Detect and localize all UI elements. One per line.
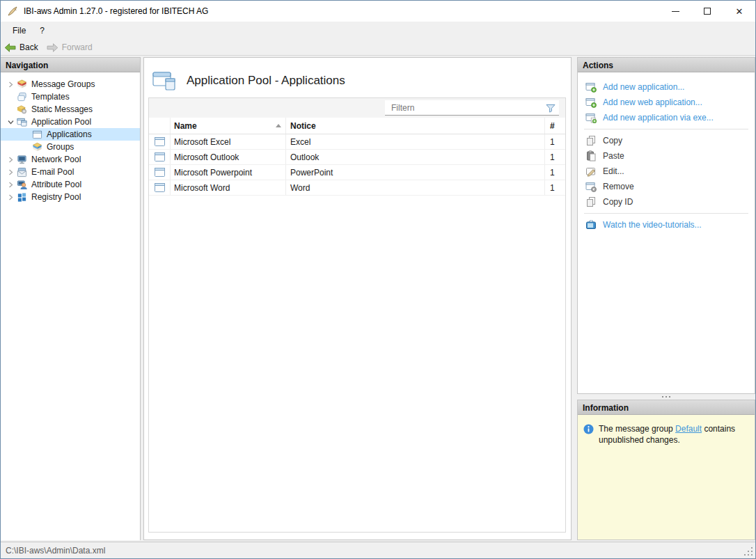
menu-file[interactable]: File xyxy=(6,23,33,38)
header-icon-column[interactable] xyxy=(149,118,171,134)
add-new-application-link[interactable]: Add new application... xyxy=(578,79,755,95)
tree-item-attribute-pool[interactable]: Attribute Pool xyxy=(1,178,140,191)
copy-id-button[interactable]: Copy ID xyxy=(578,194,755,210)
add-new-web-application-link[interactable]: Add new web application... xyxy=(578,95,755,110)
tree-item-templates[interactable]: Templates xyxy=(1,90,140,103)
network-pool-icon xyxy=(16,154,27,165)
tree-item-message-groups[interactable]: Message Groups xyxy=(1,78,140,90)
cell-notice: Outlook xyxy=(290,152,319,162)
cell-name: Microsoft Outlook xyxy=(174,152,239,162)
actions-panel: Actions Add new application... xyxy=(577,57,755,394)
tree-item-label: Registry Pool xyxy=(31,192,81,202)
forward-arrow-icon xyxy=(47,43,58,52)
chevron-right-icon[interactable] xyxy=(5,154,16,165)
minimize-button[interactable] xyxy=(659,1,691,22)
maximize-button[interactable] xyxy=(691,1,723,22)
add-application-icon xyxy=(585,81,597,93)
status-bar: C:\IBI-aws\Admin\Data.xml xyxy=(1,542,755,558)
copy-icon xyxy=(585,135,597,146)
page-title-block: Application Pool - Applications xyxy=(144,58,571,94)
registry-pool-icon xyxy=(16,191,27,203)
info-icon xyxy=(583,424,594,446)
cell-count: 1 xyxy=(550,137,555,147)
table-row-excel[interactable]: Microsoft Excel Excel 1 xyxy=(149,134,565,150)
tree-item-network-pool[interactable]: Network Pool xyxy=(1,153,140,166)
copy-button[interactable]: Copy xyxy=(578,133,755,148)
menu-help[interactable]: ? xyxy=(33,23,52,38)
attribute-pool-icon xyxy=(16,179,27,190)
navigation-panel: Navigation Mess xyxy=(1,57,141,540)
cell-count: 1 xyxy=(550,168,555,178)
chevron-down-icon[interactable] xyxy=(5,116,16,127)
tree-item-label: Applications xyxy=(47,129,92,139)
add-application-exe-icon xyxy=(585,112,597,123)
app-window: IBI-aws Admin 1.27.0 - registered for IB… xyxy=(0,0,756,559)
tree-item-label: Templates xyxy=(31,92,70,102)
header-count[interactable]: # xyxy=(545,121,565,131)
chevron-right-icon[interactable] xyxy=(5,179,16,190)
content-area: Navigation Mess xyxy=(1,56,755,542)
table-row-powerpoint[interactable]: Microsoft Powerpoint PowerPoint 1 xyxy=(149,165,565,180)
static-messages-icon xyxy=(16,104,27,115)
back-arrow-icon xyxy=(4,43,16,52)
table-row-word[interactable]: Microsoft Word Word 1 xyxy=(149,180,565,196)
right-column: Actions Add new application... xyxy=(577,57,755,540)
applications-icon xyxy=(31,129,42,140)
tree-item-email-pool[interactable]: E-mail Pool xyxy=(1,166,140,178)
actions-header: Actions xyxy=(578,58,755,72)
tree-item-registry-pool[interactable]: Registry Pool xyxy=(1,191,140,203)
cell-count: 1 xyxy=(550,152,555,162)
tree-item-label: Network Pool xyxy=(31,155,81,164)
table-row-outlook[interactable]: Microsoft Outlook Outlook 1 xyxy=(149,150,565,165)
page-title: Application Pool - Applications xyxy=(187,74,345,88)
default-message-group-link[interactable]: Default xyxy=(675,424,702,434)
app-logo-icon xyxy=(7,6,18,17)
resize-grip[interactable] xyxy=(751,554,753,556)
paste-button[interactable]: Paste xyxy=(578,148,755,164)
remove-icon xyxy=(585,181,597,192)
cell-name: Microsoft Word xyxy=(174,183,230,193)
application-icon xyxy=(155,137,165,146)
filter-strip xyxy=(149,98,565,118)
paste-icon xyxy=(585,150,597,162)
tree-item-application-pool[interactable]: Application Pool xyxy=(1,116,140,128)
information-header: Information xyxy=(578,400,755,415)
add-new-application-via-exe-link[interactable]: Add new application via exe... xyxy=(578,110,755,125)
information-panel: Information The message group Default co… xyxy=(577,400,755,540)
actions-separator xyxy=(584,213,748,214)
templates-icon xyxy=(16,91,27,102)
back-button[interactable]: Back xyxy=(4,42,38,52)
nav-toolbar: Back Forward xyxy=(1,40,755,56)
information-message: The message group Default contains unpub… xyxy=(599,423,748,446)
copy-id-icon xyxy=(585,196,597,207)
tree-item-groups[interactable]: Groups xyxy=(1,141,140,153)
forward-button[interactable]: Forward xyxy=(47,42,93,52)
status-file-path: C:\IBI-aws\Admin\Data.xml xyxy=(6,546,105,556)
header-notice[interactable]: Notice xyxy=(286,118,545,134)
application-pool-icon xyxy=(16,116,27,127)
filter-input[interactable] xyxy=(385,100,559,116)
tree-item-label: Static Messages xyxy=(31,104,93,114)
remove-button[interactable]: Remove xyxy=(578,179,755,194)
splitter-handle[interactable] xyxy=(577,394,755,400)
edit-button[interactable]: Edit... xyxy=(578,164,755,179)
filter-funnel-icon[interactable] xyxy=(545,102,556,113)
tree-item-static-messages[interactable]: Static Messages xyxy=(1,103,140,116)
chevron-right-icon[interactable] xyxy=(5,191,16,203)
watch-video-tutorials-link[interactable]: Watch the video-tutorials... xyxy=(578,217,755,233)
window-title: IBI-aws Admin 1.27.0 - registered for IB… xyxy=(24,6,208,16)
header-name[interactable]: Name xyxy=(171,118,286,134)
add-web-application-icon xyxy=(585,97,597,108)
filter-box xyxy=(385,100,559,116)
navigation-tree: Message Groups Templates xyxy=(1,72,140,203)
tree-item-applications[interactable]: Applications xyxy=(1,128,140,141)
navigation-header: Navigation xyxy=(1,58,140,72)
sort-ascending-icon xyxy=(276,124,281,127)
application-icon xyxy=(155,152,165,162)
tree-item-label: E-mail Pool xyxy=(31,167,74,177)
tv-icon xyxy=(585,219,597,230)
chevron-right-icon[interactable] xyxy=(5,79,16,90)
close-button[interactable]: ✕ xyxy=(723,1,755,22)
tree-item-label: Groups xyxy=(47,142,74,152)
chevron-right-icon[interactable] xyxy=(5,166,16,178)
